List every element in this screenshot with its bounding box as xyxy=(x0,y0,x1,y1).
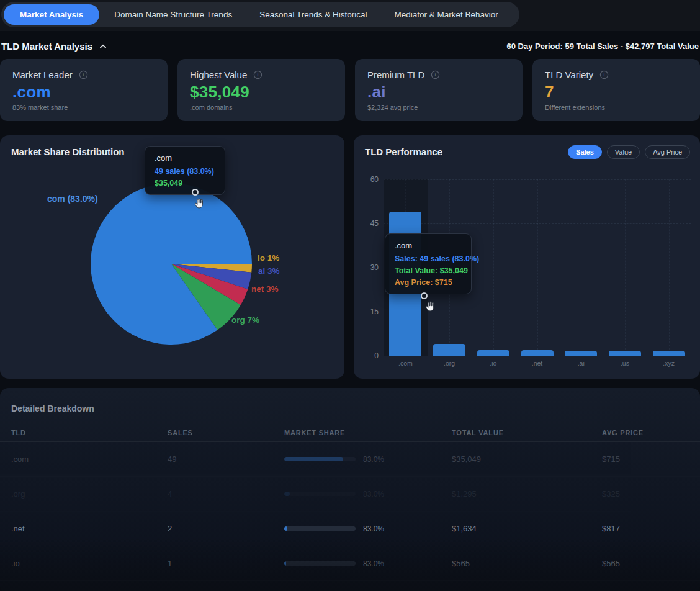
column-header-tld: TLD xyxy=(11,429,168,436)
v-gridline xyxy=(669,179,670,356)
cell-avg-price: $715 xyxy=(602,454,700,464)
cell-total-value: $1,634 xyxy=(452,524,602,533)
x-axis-tick: .us xyxy=(621,359,629,367)
stat-subtitle: Different extensions xyxy=(545,104,688,111)
chart-mode-buttons: Sales Value Avg Price xyxy=(568,145,690,159)
info-icon[interactable]: i xyxy=(599,70,609,79)
stat-card-premium-tld: Premium TLD i .ai $2,324 avg price xyxy=(355,59,523,121)
x-axis-tick: .xyz xyxy=(663,359,675,367)
tooltip-title: .com xyxy=(155,153,215,163)
cell-avg-price: $565 xyxy=(602,559,700,568)
tooltip-total-value: Total Value: $35,049 xyxy=(395,266,462,275)
pie-label-net: net 3% xyxy=(251,284,279,294)
share-bar-track xyxy=(284,457,356,461)
pie-label-org: org 7% xyxy=(231,315,259,325)
cell-market-share: 83.0% xyxy=(284,525,452,533)
table-row: .net 2 83.0% $1,634 $817 xyxy=(0,512,700,546)
share-bar-fill xyxy=(284,561,286,566)
info-icon[interactable]: i xyxy=(253,70,262,79)
table-row: .com 49 83.0% $35,049 $715 xyxy=(0,442,700,477)
bar-io[interactable] xyxy=(477,350,509,356)
y-axis-tick: 45 xyxy=(359,219,379,228)
stat-value: .com xyxy=(12,83,155,102)
share-percent-label: 83.0% xyxy=(363,455,384,464)
tab-mediator-market-behavior[interactable]: Mediator & Market Behavior xyxy=(382,4,510,25)
tooltip-value: $35,049 xyxy=(155,179,215,187)
column-header-sales: SALES xyxy=(168,429,284,436)
market-share-panel: Market Share Distribution com (83.0%) io… xyxy=(0,135,344,379)
stat-subtitle: 83% market share xyxy=(12,104,155,111)
cell-total-value: $1,295 xyxy=(452,489,602,499)
cell-tld: .net xyxy=(11,524,168,533)
stat-cards-row: Market Leader i .com 83% market share Hi… xyxy=(0,59,700,121)
bar-chart-title: TLD Performance xyxy=(365,147,442,157)
table-row: .org 4 83.0% $1,295 $325 xyxy=(0,477,700,512)
pie-label-io: io 1% xyxy=(258,253,279,263)
pie-tooltip: .com 49 sales (83.0%) $35,049 xyxy=(145,146,225,195)
share-bar-fill xyxy=(284,492,290,496)
share-bar-fill xyxy=(284,526,287,531)
v-gridline xyxy=(581,179,581,356)
bar-tooltip: .com Sales: 49 sales (83.0%) Total Value… xyxy=(385,233,472,294)
chevron-up-icon xyxy=(99,42,107,51)
mode-button-sales[interactable]: Sales xyxy=(568,145,602,159)
section-collapse-toggle[interactable]: TLD Market Analysis xyxy=(1,41,107,52)
cell-tld: .org xyxy=(11,489,168,499)
info-icon[interactable]: i xyxy=(431,70,440,79)
mode-button-value[interactable]: Value xyxy=(607,145,640,159)
stat-card-market-leader: Market Leader i .com 83% market share xyxy=(0,59,168,121)
pie-label-com: com (83.0%) xyxy=(47,194,98,204)
bar-org[interactable] xyxy=(433,344,465,356)
cell-tld: .com xyxy=(11,454,168,464)
cell-avg-price: $325 xyxy=(602,489,700,499)
info-icon[interactable]: i xyxy=(79,70,88,79)
charts-row: Market Share Distribution com (83.0%) io… xyxy=(0,135,700,379)
hand-cursor-icon xyxy=(192,197,205,212)
stat-title: Highest Value xyxy=(190,70,247,80)
tooltip-avg-price: Avg Price: $715 xyxy=(395,278,462,287)
h-gridline xyxy=(384,356,691,356)
x-axis-tick: .io xyxy=(490,359,496,367)
stat-title: Market Leader xyxy=(12,70,73,80)
stat-card-tld-variety: TLD Variety i 7 Different extensions xyxy=(532,59,700,121)
cell-market-share: 83.0% xyxy=(284,559,452,568)
v-gridline xyxy=(537,179,538,356)
market-share-pie-chart xyxy=(88,180,255,348)
svg-text:i: i xyxy=(435,72,436,78)
stat-subtitle: .com domains xyxy=(190,104,333,111)
bar-net[interactable] xyxy=(521,350,554,356)
bar-xyz[interactable] xyxy=(653,351,685,356)
stat-title: TLD Variety xyxy=(545,70,593,80)
period-summary: 60 Day Period: 59 Total Sales - $42,797 … xyxy=(507,42,699,51)
tab-seasonal-trends-historical[interactable]: Seasonal Trends & Historical xyxy=(247,4,379,25)
cell-total-value: $35,049 xyxy=(452,454,602,464)
cell-avg-price: $817 xyxy=(602,524,700,533)
tab-market-analysis[interactable]: Market Analysis xyxy=(4,4,99,25)
stat-card-highest-value: Highest Value i $35,049 .com domains xyxy=(177,59,345,121)
tooltip-anchor-dot xyxy=(421,292,428,299)
cell-sales: 4 xyxy=(168,489,284,499)
x-axis-tick: .net xyxy=(532,359,543,367)
tooltip-title: .com xyxy=(395,241,462,250)
cell-sales: 2 xyxy=(168,524,284,533)
tab-bar: Market Analysis Domain Name Structure Tr… xyxy=(1,2,519,27)
share-percent-label: 83.0% xyxy=(363,525,384,533)
v-gridline xyxy=(625,179,626,356)
bar-ai[interactable] xyxy=(565,351,597,356)
stat-subtitle: $2,324 avg price xyxy=(367,104,510,111)
svg-text:i: i xyxy=(604,72,605,78)
y-axis-tick: 0 xyxy=(359,351,379,360)
y-axis-tick: 30 xyxy=(359,263,379,272)
mode-button-avg-price[interactable]: Avg Price xyxy=(645,145,690,159)
tooltip-anchor-dot xyxy=(192,189,199,196)
stat-value: 7 xyxy=(545,83,688,102)
x-axis-tick: .ai xyxy=(578,359,585,367)
cell-sales: 49 xyxy=(168,454,284,464)
table-row: .io 1 83.0% $565 $565 xyxy=(0,546,700,581)
share-bar-fill xyxy=(284,457,343,461)
svg-text:i: i xyxy=(83,72,84,78)
tab-domain-name-structure-trends[interactable]: Domain Name Structure Trends xyxy=(102,4,245,25)
y-axis: 015304560 xyxy=(359,179,379,356)
v-gridline xyxy=(493,179,494,356)
bar-us[interactable] xyxy=(609,351,641,356)
